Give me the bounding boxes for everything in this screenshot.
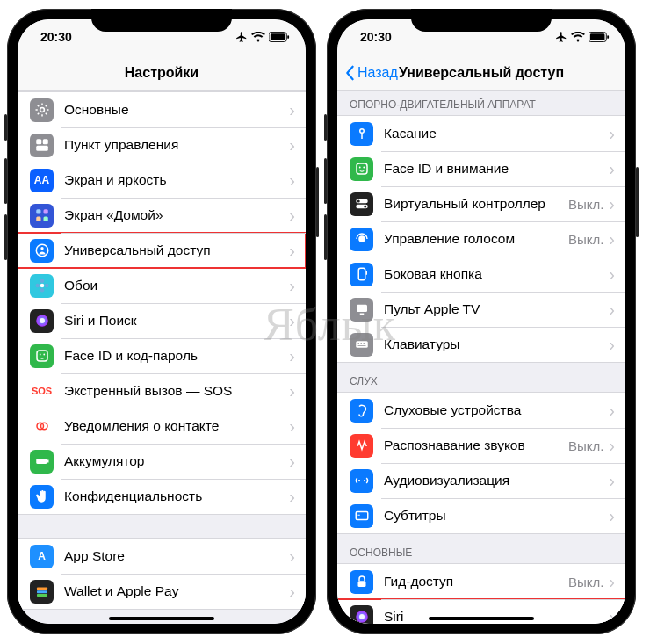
row-display[interactable]: AAЭкран и яркость›	[18, 163, 306, 198]
general-icon	[30, 98, 54, 122]
svg-rect-47	[365, 271, 367, 275]
row-label: Siri	[384, 609, 609, 624]
svg-point-12	[40, 247, 43, 250]
row-sound-rec[interactable]: Распознавание звуковВыкл.›	[337, 428, 625, 463]
chevron-right-icon: ›	[609, 124, 615, 144]
chevron-right-icon: ›	[609, 159, 615, 179]
row-label: Экран и яркость	[64, 172, 289, 188]
exposure-icon	[30, 415, 54, 438]
row-label: Боковая кнопка	[384, 266, 609, 282]
audio-vis-icon	[350, 469, 373, 493]
svg-rect-1	[271, 33, 285, 40]
hearing-icon	[350, 399, 373, 423]
svg-point-19	[40, 318, 45, 323]
svg-rect-46	[358, 268, 365, 280]
row-exposure[interactable]: Уведомления о контакте›	[18, 409, 306, 444]
chevron-right-icon: ›	[289, 241, 295, 261]
chevron-right-icon: ›	[289, 487, 295, 507]
svg-rect-9	[36, 217, 40, 221]
apple-tv-icon	[350, 298, 373, 322]
chevron-right-icon: ›	[289, 582, 295, 602]
row-wallet[interactable]: Wallet и Apple Pay›	[18, 574, 306, 609]
row-sos[interactable]: SOSЭкстренный вызов — SOS›	[18, 373, 306, 409]
row-home-screen[interactable]: Экран «Домой»›	[18, 198, 306, 233]
row-face-attention[interactable]: Face ID и внимание›	[337, 151, 625, 186]
status-time: 20:30	[40, 30, 72, 44]
chevron-right-icon: ›	[609, 506, 615, 526]
row-apple-tv[interactable]: Пульт Apple TV›	[337, 292, 625, 327]
wifi-icon	[251, 32, 265, 42]
chevron-right-icon: ›	[609, 229, 615, 250]
row-label: App Store	[64, 548, 289, 564]
home-indicator[interactable]	[109, 617, 214, 620]
subtitles-icon	[350, 504, 373, 528]
row-label: Face ID и внимание	[384, 161, 609, 177]
keyboards-icon	[350, 333, 373, 357]
svg-rect-5	[42, 139, 47, 144]
row-switch-control[interactable]: Виртуальный контроллерВыкл.›	[337, 186, 625, 221]
chevron-right-icon: ›	[289, 311, 295, 331]
svg-rect-28	[37, 590, 47, 593]
app-store-icon: A	[30, 545, 54, 568]
row-battery[interactable]: Аккумулятор›	[18, 444, 306, 479]
row-label: Уведомления о контакте	[64, 418, 289, 434]
svg-rect-6	[36, 146, 48, 151]
svg-rect-49	[359, 314, 364, 315]
settings-list[interactable]: Основные›Пункт управления›AAЭкран и ярко…	[18, 91, 306, 624]
row-label: Siri и Поиск	[64, 313, 289, 329]
control-center-icon	[30, 134, 54, 157]
svg-rect-26	[47, 460, 49, 463]
chevron-right-icon: ›	[289, 170, 295, 191]
side-button-icon	[350, 263, 373, 286]
back-label: Назад	[358, 65, 398, 81]
row-siri2[interactable]: Siri›	[337, 599, 625, 624]
row-voice-control[interactable]: Управление голосомВыкл.›	[337, 221, 625, 257]
phone-left: 20:30 Настройки Основные›Пункт управлени…	[7, 9, 316, 634]
svg-point-15	[40, 288, 44, 293]
faceid-icon	[30, 344, 54, 368]
svg-point-17	[45, 284, 49, 288]
svg-rect-27	[37, 588, 47, 590]
row-guided[interactable]: Гид-доступВыкл.›	[337, 564, 625, 599]
chevron-right-icon: ›	[289, 206, 295, 226]
siri-icon	[30, 309, 54, 333]
privacy-icon	[30, 485, 54, 509]
row-hearing[interactable]: Слуховые устройства›	[337, 393, 625, 428]
row-subtitles[interactable]: Субтитры›	[337, 498, 625, 533]
row-app-store[interactable]: AApp Store›	[18, 539, 306, 574]
row-wallpaper[interactable]: Обои›	[18, 268, 306, 303]
chevron-right-icon: ›	[609, 572, 615, 592]
row-faceid[interactable]: Face ID и код-пароль›	[18, 338, 306, 373]
row-label: Клавиатуры	[384, 336, 609, 352]
face-attention-icon	[350, 157, 373, 181]
svg-rect-50	[356, 341, 368, 348]
row-label: Пульт Apple TV	[384, 301, 609, 317]
row-label: Касание	[384, 126, 609, 141]
section-header: ОПОРНО-ДВИГАТЕЛЬНЫЙ АППАРАТ	[337, 91, 625, 115]
accessibility-list[interactable]: ОПОРНО-ДВИГАТЕЛЬНЫЙ АППАРАТКасание›Face …	[337, 91, 625, 624]
svg-rect-8	[43, 209, 47, 213]
back-button[interactable]: Назад	[344, 54, 398, 90]
row-label: Конфиденциальность	[64, 488, 289, 504]
row-label: Обои	[64, 278, 289, 293]
page-title: Универсальный доступ	[399, 65, 564, 81]
row-label: Аккумулятор	[64, 453, 289, 469]
row-label: Аудиовизуализация	[384, 473, 609, 488]
nav-bar: Настройки	[18, 54, 306, 91]
row-siri[interactable]: Siri и Поиск›	[18, 303, 306, 338]
row-label: Основные	[64, 102, 289, 118]
row-audio-vis[interactable]: Аудиовизуализация›	[337, 463, 625, 498]
row-label: Гид-доступ	[384, 574, 568, 590]
voice-control-icon	[350, 228, 373, 251]
row-general[interactable]: Основные›	[18, 92, 306, 127]
status-icons	[235, 31, 290, 43]
row-control-center[interactable]: Пункт управления›	[18, 127, 306, 163]
row-privacy[interactable]: Конфиденциальность›	[18, 479, 306, 514]
chevron-right-icon: ›	[609, 401, 615, 421]
chevron-right-icon: ›	[609, 300, 615, 320]
row-label: Распознавание звуков	[384, 438, 568, 453]
row-accessibility[interactable]: Универсальный доступ›	[18, 233, 306, 268]
row-side-button[interactable]: Боковая кнопка›	[337, 257, 625, 292]
row-touch[interactable]: Касание›	[337, 116, 625, 151]
row-keyboards[interactable]: Клавиатуры›	[337, 327, 625, 362]
